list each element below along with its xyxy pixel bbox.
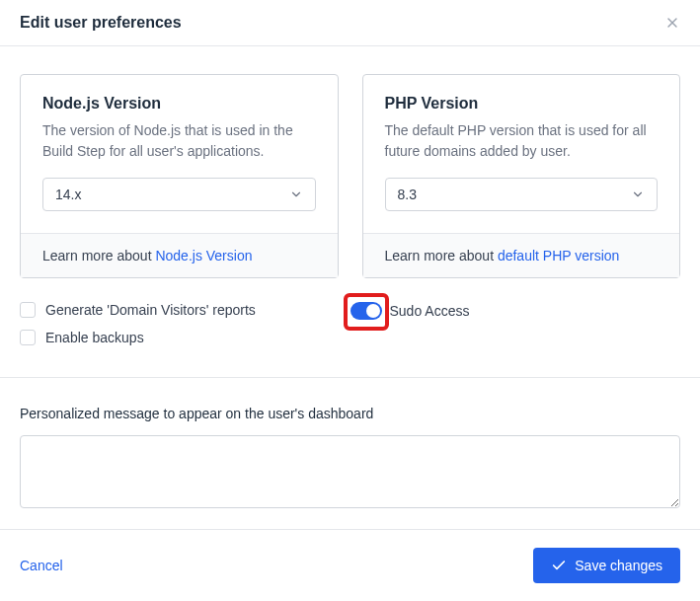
php-version-card: PHP Version The default PHP version that… <box>362 74 681 278</box>
check-icon <box>551 558 567 573</box>
dialog-content: Node.js Version The version of Node.js t… <box>0 46 700 532</box>
php-version-footer: Learn more about default PHP version <box>363 233 680 277</box>
section-divider <box>0 377 700 378</box>
node-version-description: The version of Node.js that is used in t… <box>42 120 316 162</box>
dialog-footer: Cancel Save changes <box>0 529 700 601</box>
sudo-access-option: Sudo Access <box>350 302 681 320</box>
domain-reports-label: Generate 'Domain Visitors' reports <box>45 302 256 318</box>
learn-more-prefix: Learn more about <box>42 248 155 263</box>
node-version-value: 14.x <box>55 187 81 202</box>
chevron-down-icon <box>631 188 645 201</box>
sudo-access-toggle[interactable] <box>350 302 382 320</box>
chevron-down-icon <box>289 188 303 201</box>
message-label: Personalized message to appear on the us… <box>20 406 680 421</box>
enable-backups-label: Enable backups <box>45 330 144 345</box>
save-button[interactable]: Save changes <box>533 548 680 583</box>
node-version-title: Node.js Version <box>42 95 316 113</box>
php-version-value: 8.3 <box>398 187 417 202</box>
message-textarea[interactable] <box>20 435 680 508</box>
node-version-learn-link[interactable]: Node.js Version <box>155 248 252 263</box>
cancel-button[interactable]: Cancel <box>20 558 63 573</box>
node-version-select[interactable]: 14.x <box>42 178 316 211</box>
dialog-header: Edit user preferences <box>0 0 700 46</box>
enable-backups-option: Enable backups <box>20 330 350 345</box>
dialog-title: Edit user preferences <box>20 14 182 32</box>
domain-reports-checkbox[interactable] <box>20 302 36 318</box>
save-button-label: Save changes <box>575 558 662 573</box>
php-version-learn-link[interactable]: default PHP version <box>498 248 619 263</box>
domain-reports-option: Generate 'Domain Visitors' reports <box>20 302 350 318</box>
sudo-access-label: Sudo Access <box>390 303 470 319</box>
node-version-footer: Learn more about Node.js Version <box>21 233 338 277</box>
node-version-card: Node.js Version The version of Node.js t… <box>20 74 339 278</box>
enable-backups-checkbox[interactable] <box>20 330 36 345</box>
php-version-select[interactable]: 8.3 <box>385 178 659 211</box>
php-version-title: PHP Version <box>385 95 659 113</box>
close-button[interactable] <box>664 15 680 31</box>
close-icon <box>664 15 680 31</box>
php-version-description: The default PHP version that is used for… <box>385 120 659 162</box>
learn-more-prefix: Learn more about <box>385 248 498 263</box>
